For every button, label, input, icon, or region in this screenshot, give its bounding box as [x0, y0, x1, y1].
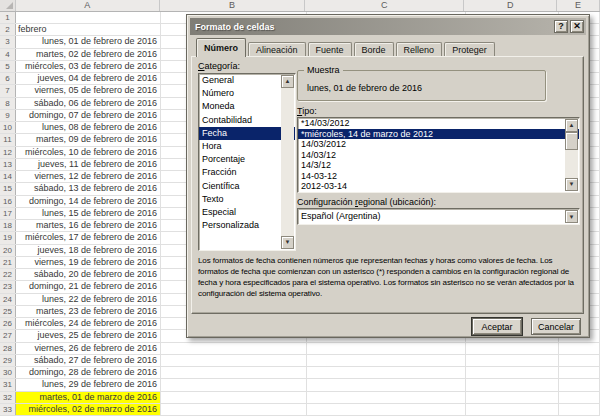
tab-proteger[interactable]: Proteger	[444, 42, 495, 57]
row-header[interactable]: 17	[0, 208, 16, 219]
cell[interactable]: miércoles, 10 de febrero de 2016	[16, 147, 160, 158]
row-header[interactable]: 22	[0, 269, 16, 280]
cell[interactable]: domingo, 21 de febrero de 2016	[16, 281, 160, 292]
cell[interactable]: jueves, 18 de febrero de 2016	[16, 245, 160, 256]
close-icon[interactable]: ✕	[570, 20, 584, 33]
list-item[interactable]: 14/3/12	[298, 160, 579, 171]
row-header[interactable]: 4	[0, 49, 16, 60]
cell[interactable]: miércoles, 02 de marzo de 2016	[16, 404, 160, 415]
list-item[interactable]: 14/03/2012	[298, 139, 579, 150]
row-header[interactable]: 7	[0, 85, 16, 96]
cell[interactable]: miércoles, 24 de febrero de 2016	[16, 318, 160, 329]
cell[interactable]: miércoles, 17 de febrero de 2016	[16, 232, 160, 243]
cell[interactable]: miércoles, 03 de febrero de 2016	[16, 61, 160, 72]
row-header[interactable]: 8	[0, 98, 16, 109]
row-header[interactable]: 11	[0, 134, 16, 145]
cell[interactable]: martes, 16 de febrero de 2016	[16, 220, 160, 231]
cell[interactable]: viernes, 19 de febrero de 2016	[16, 257, 160, 268]
row-header[interactable]: 16	[0, 196, 16, 207]
scroll-down-icon[interactable]: ▼	[565, 178, 578, 191]
select-all-corner[interactable]	[0, 0, 16, 11]
type-scrollbar[interactable]: ▲ ▼	[565, 119, 578, 191]
cell[interactable]: viernes, 26 de febrero de 2016	[16, 343, 160, 354]
row-header[interactable]: 31	[0, 379, 16, 390]
cell[interactable]: lunes, 29 de febrero de 2016	[16, 379, 160, 390]
list-item[interactable]: *14/03/2012	[298, 118, 579, 129]
row-header[interactable]: 23	[0, 281, 16, 292]
row-header[interactable]: 32	[0, 392, 16, 403]
chevron-down-icon[interactable]: ▼	[565, 210, 578, 223]
row-header[interactable]: 30	[0, 367, 16, 378]
cell[interactable]: domingo, 07 de febrero de 2016	[16, 110, 160, 121]
column-header-d[interactable]: D	[464, 0, 557, 11]
tab-numero[interactable]: Número	[196, 38, 246, 57]
row-header[interactable]: 1	[0, 12, 16, 23]
row-header[interactable]: 14	[0, 171, 16, 182]
cell[interactable]: lunes, 08 de febrero de 2016	[16, 122, 160, 133]
cell[interactable]: martes, 09 de febrero de 2016	[16, 134, 160, 145]
row-header[interactable]: 27	[0, 330, 16, 341]
cell[interactable]: lunes, 01 de febrero de 2016	[16, 36, 160, 47]
type-listbox[interactable]: *14/03/2012*miércoles, 14 de marzo de 20…	[297, 117, 580, 193]
tab-borde[interactable]: Borde	[354, 42, 394, 57]
row-header[interactable]: 3	[0, 36, 16, 47]
row-header[interactable]: 19	[0, 232, 16, 243]
cancel-button[interactable]: Cancelar	[531, 318, 581, 335]
accept-button[interactable]: Aceptar	[472, 318, 522, 335]
column-header-c[interactable]: C	[305, 0, 464, 11]
column-header-a[interactable]: A	[16, 0, 160, 11]
cell[interactable]: lunes, 22 de febrero de 2016	[16, 294, 160, 305]
row-header[interactable]: 20	[0, 245, 16, 256]
row-header[interactable]: 12	[0, 147, 16, 158]
row-header[interactable]: 18	[0, 220, 16, 231]
row-header[interactable]: 15	[0, 183, 16, 194]
row-header[interactable]: 29	[0, 355, 16, 366]
row-header[interactable]: 25	[0, 306, 16, 317]
list-item[interactable]: 14-03-12	[298, 171, 579, 182]
cell[interactable]: martes, 01 de marzo de 2016	[16, 392, 160, 403]
scroll-down-icon[interactable]: ▼	[281, 236, 294, 249]
tab-fuente[interactable]: Fuente	[308, 42, 352, 57]
cell[interactable]: sábado, 06 de febrero de 2016	[16, 98, 160, 109]
cell[interactable]: jueves, 25 de febrero de 2016	[16, 330, 160, 341]
row-header[interactable]: 9	[0, 110, 16, 121]
list-item[interactable]: *miércoles, 14 de marzo de 2012	[298, 129, 579, 140]
row-header[interactable]: 28	[0, 343, 16, 354]
row-header[interactable]: 2	[0, 24, 16, 35]
cell[interactable]: martes, 02 de febrero de 2016	[16, 49, 160, 60]
locale-combobox[interactable]: Español (Argentina) ▼	[297, 208, 580, 225]
column-header-b[interactable]: B	[160, 0, 306, 11]
list-item[interactable]: 2012-03-14	[298, 181, 579, 192]
tab-alineacion[interactable]: Alineación	[248, 42, 306, 57]
row-header[interactable]: 24	[0, 294, 16, 305]
row-header[interactable]: 26	[0, 318, 16, 329]
cell[interactable]: febrero	[16, 24, 160, 35]
cell[interactable]: sábado, 27 de febrero de 2016	[16, 355, 160, 366]
cell[interactable]: sábado, 13 de febrero de 2016	[16, 183, 160, 194]
dialog-titlebar[interactable]: Formato de celdas ? ✕	[190, 18, 586, 35]
cell[interactable]: martes, 23 de febrero de 2016	[16, 306, 160, 317]
cell[interactable]: lunes, 15 de febrero de 2016	[16, 208, 160, 219]
scrollbar-thumb[interactable]	[565, 132, 578, 150]
cell[interactable]	[16, 12, 160, 23]
scroll-up-icon[interactable]: ▲	[281, 75, 294, 88]
cell[interactable]: jueves, 04 de febrero de 2016	[16, 73, 160, 84]
tab-relleno[interactable]: Relleno	[396, 42, 443, 57]
row-header[interactable]: 6	[0, 73, 16, 84]
cell[interactable]: viernes, 05 de febrero de 2016	[16, 85, 160, 96]
row-header[interactable]: 33	[0, 404, 16, 415]
cell[interactable]: jueves, 11 de febrero de 2016	[16, 159, 160, 170]
scroll-up-icon[interactable]: ▲	[565, 119, 578, 132]
category-listbox[interactable]: GeneralNúmeroMonedaContabilidadFechaHora…	[198, 73, 296, 251]
row-header[interactable]: 5	[0, 61, 16, 72]
cell[interactable]: domingo, 14 de febrero de 2016	[16, 196, 160, 207]
cell[interactable]: domingo, 28 de febrero de 2016	[16, 367, 160, 378]
cell[interactable]: viernes, 12 de febrero de 2016	[16, 171, 160, 182]
cell[interactable]: sábado, 20 de febrero de 2016	[16, 269, 160, 280]
column-header-e[interactable]: E	[557, 0, 600, 11]
category-scrollbar[interactable]: ▲ ▼	[281, 75, 294, 249]
help-icon[interactable]: ?	[554, 20, 568, 33]
row-header[interactable]: 21	[0, 257, 16, 268]
row-header[interactable]: 13	[0, 159, 16, 170]
row-header[interactable]: 10	[0, 122, 16, 133]
